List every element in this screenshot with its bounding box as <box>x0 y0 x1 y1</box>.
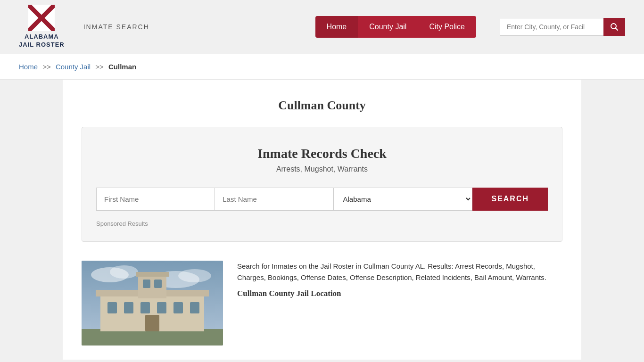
nav-city-police-button[interactable]: City Police <box>418 16 476 38</box>
header-search-input[interactable] <box>500 18 603 36</box>
svg-rect-14 <box>136 272 169 277</box>
svg-line-4 <box>616 28 618 30</box>
facility-building-image <box>82 261 223 346</box>
header-search-bar <box>500 18 625 36</box>
bottom-description: Search for Inmates on the Jail Roster in… <box>237 261 562 346</box>
bottom-section: Search for Inmates on the Jail Roster in… <box>82 256 562 350</box>
svg-point-9 <box>178 269 211 282</box>
site-header: ALABAMAJAIL ROSTER INMATE SEARCH Home Co… <box>0 0 644 54</box>
page-title: Cullman County <box>82 99 562 113</box>
breadcrumb-current: Cullman <box>108 63 136 71</box>
facility-location-heading: Cullman County Jail Location <box>237 289 562 298</box>
svg-rect-22 <box>154 280 162 288</box>
state-select[interactable]: AlabamaAlaskaArizonaArkansasCaliforniaCo… <box>334 188 473 211</box>
logo-text: ALABAMAJAIL ROSTER <box>19 33 65 49</box>
nav-county-jail-button[interactable]: County Jail <box>358 16 418 38</box>
main-nav: Home County Jail City Police <box>315 16 476 38</box>
records-check-box: Inmate Records Check Arrests, Mugshot, W… <box>82 127 562 242</box>
inmate-search-form: AlabamaAlaskaArizonaArkansasCaliforniaCo… <box>96 188 548 211</box>
svg-rect-19 <box>173 302 183 313</box>
search-icon <box>610 23 619 31</box>
main-content: Cullman County Inmate Records Check Arre… <box>63 80 581 360</box>
site-logo[interactable]: ALABAMAJAIL ROSTER <box>19 5 65 49</box>
svg-rect-10 <box>82 329 223 346</box>
records-box-subtitle: Arrests, Mugshot, Warrants <box>96 165 548 173</box>
inmate-search-label: INMATE SEARCH <box>83 23 149 31</box>
svg-rect-16 <box>124 302 133 313</box>
sponsored-results-label: Sponsored Results <box>96 220 548 227</box>
breadcrumb: Home >> County Jail >> Cullman <box>0 54 644 80</box>
records-box-title: Inmate Records Check <box>96 146 548 161</box>
svg-point-7 <box>110 265 138 279</box>
svg-rect-20 <box>190 302 199 313</box>
nav-home-button[interactable]: Home <box>315 16 358 38</box>
breadcrumb-separator-1: >> <box>42 63 51 71</box>
svg-rect-17 <box>140 302 150 313</box>
breadcrumb-county-jail-link[interactable]: County Jail <box>56 63 91 71</box>
header-search-button[interactable] <box>603 18 625 36</box>
search-submit-button[interactable]: SEARCH <box>472 188 548 211</box>
facility-image <box>82 261 223 346</box>
svg-rect-13 <box>138 275 166 298</box>
breadcrumb-home-link[interactable]: Home <box>19 63 38 71</box>
svg-rect-21 <box>143 280 150 288</box>
svg-rect-23 <box>145 315 159 331</box>
last-name-input[interactable] <box>215 188 333 211</box>
svg-rect-15 <box>107 302 117 313</box>
breadcrumb-separator-2: >> <box>95 63 104 71</box>
svg-rect-18 <box>157 302 166 313</box>
facility-description-text: Search for Inmates on the Jail Roster in… <box>237 261 562 283</box>
first-name-input[interactable] <box>96 188 215 211</box>
alabama-flag-icon <box>28 5 55 31</box>
